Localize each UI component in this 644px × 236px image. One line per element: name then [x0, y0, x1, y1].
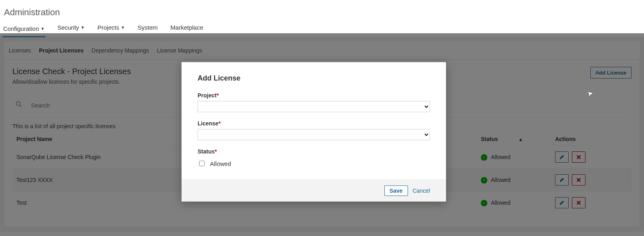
required-asterisk: * [216, 92, 218, 99]
topnav-item-projects[interactable]: Projects ▼ [97, 22, 125, 33]
allowed-checkbox-row[interactable]: Allowed [198, 157, 430, 167]
license-select[interactable] [198, 129, 430, 140]
caret-down-icon: ▼ [81, 25, 85, 30]
caret-down-icon: ▼ [40, 26, 44, 31]
topnav-label: Configuration [3, 25, 39, 32]
topnav-item-system[interactable]: System [137, 22, 158, 33]
topnav-label: System [137, 24, 157, 31]
save-button[interactable]: Save [384, 186, 408, 196]
topnav-label: Projects [97, 24, 119, 31]
add-license-modal: Add License Project* License* Status* Al… [182, 62, 446, 202]
topnav-label: Marketplace [170, 24, 203, 31]
status-label-text: Status [198, 148, 215, 155]
license-label: License* [198, 120, 430, 127]
allowed-checkbox-label: Allowed [210, 160, 231, 167]
project-label-text: Project [198, 92, 216, 99]
topnav-item-security[interactable]: Security ▼ [57, 22, 85, 33]
modal-footer: Save Cancel [182, 180, 446, 202]
modal-title: Add License [198, 74, 430, 83]
topnav-item-marketplace[interactable]: Marketplace [170, 22, 204, 33]
required-asterisk: * [218, 120, 220, 127]
cancel-link[interactable]: Cancel [412, 188, 430, 194]
project-label: Project* [198, 92, 430, 99]
allowed-checkbox[interactable] [199, 161, 205, 166]
status-label: Status* [198, 148, 430, 155]
required-asterisk: * [215, 148, 217, 155]
license-label-text: License [198, 120, 218, 127]
caret-down-icon: ▼ [121, 25, 125, 30]
topnav-label: Security [57, 24, 79, 31]
page-title: Administration [0, 0, 644, 22]
project-select[interactable] [198, 101, 430, 112]
